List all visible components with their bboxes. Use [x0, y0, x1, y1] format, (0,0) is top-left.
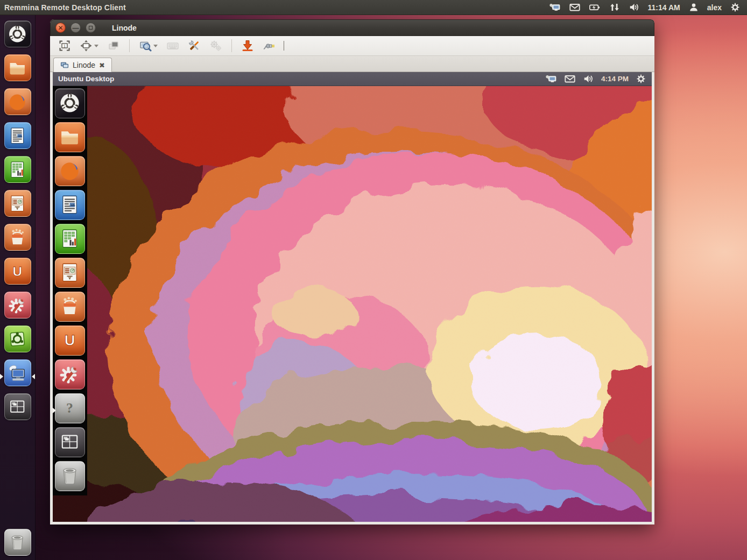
- launcher-item-workspace-switcher[interactable]: [53, 427, 87, 461]
- remmina-window: ✕ — Linode 1 Linode ✖ Ubuntu Desktop: [50, 19, 654, 524]
- workspace-switcher-icon: [4, 393, 31, 420]
- remote-wallpaper-art: [53, 86, 652, 522]
- remote-desktop-indicator-icon[interactable]: [548, 3, 561, 12]
- host-unity-launcher: U: [0, 15, 36, 560]
- launcher-item-system-settings[interactable]: [0, 292, 35, 325]
- system-settings-icon: [4, 292, 31, 318]
- libreoffice-impress-icon: [4, 190, 31, 217]
- svg-text:U: U: [13, 264, 23, 278]
- svg-text:1: 1: [64, 44, 66, 48]
- remote-remmina-indicator-icon[interactable]: [545, 74, 558, 84]
- preferences-button: [207, 38, 225, 54]
- launcher-item-dash-home[interactable]: [0, 20, 35, 54]
- tools-button[interactable]: [185, 38, 203, 54]
- software-updater-icon: [4, 325, 31, 352]
- launcher-item-libreoffice-impress[interactable]: [53, 258, 87, 292]
- launcher-item-home-folder[interactable]: [0, 54, 35, 88]
- duplicate-connection-button: [104, 38, 123, 54]
- running-indicator-arrow: [0, 374, 3, 379]
- active-app-title: Remmina Remote Desktop Client: [0, 3, 126, 12]
- home-folder-icon: [4, 54, 31, 81]
- launcher-item-remmina[interactable]: [0, 359, 35, 393]
- firefox-icon: [4, 88, 31, 115]
- focused-indicator-arrow: [32, 374, 35, 379]
- launcher-item-system-settings[interactable]: [53, 359, 87, 393]
- launcher-item-ubuntu-one[interactable]: U: [53, 325, 87, 359]
- software-center-icon: [55, 292, 85, 322]
- tab-close-icon[interactable]: ✖: [99, 61, 105, 69]
- minimize-window-button[interactable]: [238, 38, 257, 54]
- window-titlebar[interactable]: ✕ — Linode: [50, 19, 654, 36]
- launcher-item-workspace-switcher[interactable]: [0, 393, 35, 427]
- host-clock[interactable]: 11:14 AM: [648, 3, 680, 12]
- toolbar-separator: [129, 39, 130, 52]
- launcher-item-trash[interactable]: [53, 461, 87, 495]
- minimize-window-button[interactable]: —: [71, 23, 81, 33]
- firefox-icon: [55, 156, 85, 186]
- remmina-toolbar: 1: [50, 36, 654, 56]
- messaging-menu-icon[interactable]: [568, 3, 581, 12]
- ubuntu-one-icon: U: [55, 325, 85, 356]
- launcher-item-libreoffice-calc[interactable]: [53, 224, 87, 258]
- tab-connection-icon: [60, 61, 69, 69]
- launcher-item-home-folder[interactable]: [53, 122, 87, 156]
- scaled-mode-button[interactable]: [136, 38, 160, 54]
- launcher-item-dash-home[interactable]: [53, 88, 87, 122]
- host-desktop: Remmina Remote Desktop Client 11:14 AM a…: [0, 0, 747, 560]
- remote-unity-launcher: U?: [53, 86, 87, 495]
- host-top-panel: Remmina Remote Desktop Client 11:14 AM a…: [0, 0, 747, 15]
- window-controls: ✕ —: [55, 23, 96, 33]
- battery-indicator-icon[interactable]: [588, 3, 601, 12]
- close-window-button[interactable]: ✕: [55, 23, 66, 33]
- user-menu-icon[interactable]: [687, 3, 700, 12]
- remote-messaging-menu-icon[interactable]: [563, 74, 576, 84]
- grab-keyboard-button: [164, 38, 182, 54]
- remote-session-menu-gear-icon[interactable]: [635, 74, 647, 84]
- remote-viewport[interactable]: Ubuntu Desktop 4:14 PM U?: [50, 72, 654, 524]
- launcher-item-unknown-window[interactable]: ?: [53, 393, 87, 427]
- connection-tabbar: Linode ✖: [50, 56, 654, 72]
- trash-icon: [4, 529, 31, 556]
- volume-indicator-icon[interactable]: [628, 3, 641, 12]
- toolbar-separator: [231, 39, 232, 52]
- launcher-item-libreoffice-writer[interactable]: [53, 190, 87, 224]
- session-menu-gear-icon[interactable]: [729, 3, 742, 12]
- dropdown-caret-icon[interactable]: [153, 45, 158, 47]
- trash-icon: [55, 461, 85, 491]
- launcher-item-ubuntu-one[interactable]: U: [0, 258, 35, 292]
- launcher-item-software-updater[interactable]: [0, 325, 35, 359]
- fit-window-button[interactable]: [77, 38, 101, 54]
- user-name[interactable]: alex: [707, 3, 722, 12]
- launcher-item-libreoffice-calc[interactable]: [0, 156, 35, 190]
- workspace-switcher-icon: [55, 427, 85, 457]
- dash-home-icon: [4, 20, 31, 47]
- launcher-item-firefox[interactable]: [53, 156, 87, 190]
- unknown-window-icon: ?: [55, 393, 85, 423]
- toggle-fullscreen-button[interactable]: 1: [55, 38, 74, 54]
- remote-indicator-tray: 4:14 PM: [545, 74, 652, 84]
- system-settings-icon: [55, 359, 85, 389]
- remote-clock[interactable]: 4:14 PM: [601, 75, 629, 83]
- disconnect-button[interactable]: [260, 38, 278, 54]
- libreoffice-writer-icon: [55, 190, 85, 220]
- launcher-item-trash[interactable]: [0, 529, 35, 560]
- dropdown-caret-icon[interactable]: [94, 45, 98, 47]
- dash-home-icon: [55, 88, 85, 118]
- maximize-window-button[interactable]: [86, 23, 96, 33]
- text-cursor: [284, 41, 284, 51]
- tab-label: Linode: [73, 61, 95, 69]
- home-folder-icon: [55, 122, 85, 152]
- libreoffice-writer-icon: [4, 122, 31, 149]
- svg-text:?: ?: [67, 401, 74, 416]
- launcher-item-libreoffice-impress[interactable]: [0, 190, 35, 224]
- launcher-item-software-center[interactable]: [0, 224, 35, 258]
- svg-text:U: U: [65, 332, 75, 349]
- remote-volume-indicator-icon[interactable]: [582, 74, 595, 84]
- launcher-item-firefox[interactable]: [0, 88, 35, 122]
- network-sync-icon[interactable]: [608, 3, 621, 12]
- launcher-item-libreoffice-writer[interactable]: [0, 122, 35, 156]
- host-indicator-tray: 11:14 AM alex: [548, 3, 747, 12]
- launcher-item-software-center[interactable]: [53, 292, 87, 325]
- connection-tab-linode[interactable]: Linode ✖: [53, 58, 112, 72]
- libreoffice-calc-icon: [4, 156, 31, 183]
